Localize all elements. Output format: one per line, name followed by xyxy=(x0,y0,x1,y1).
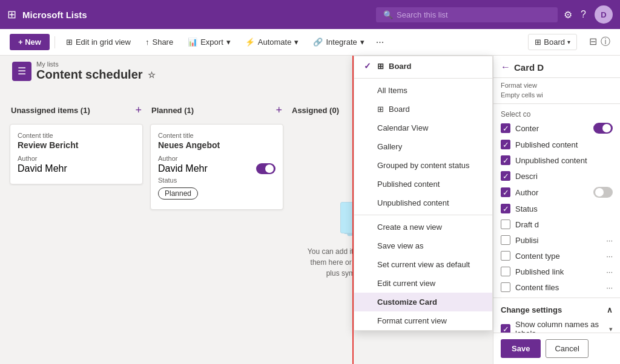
help-icon[interactable]: ? xyxy=(581,9,586,20)
export-button[interactable]: 📊 Export ▾ xyxy=(182,34,237,50)
collapse-icon[interactable]: ∧ xyxy=(607,305,613,314)
grid-icon: ⊞ xyxy=(66,37,73,47)
card[interactable]: Content title Neues Angebot Author David… xyxy=(150,124,283,210)
panel-field-row: Draft d xyxy=(493,216,620,232)
integrate-button[interactable]: 🔗 Integrate ▾ xyxy=(307,34,370,50)
dropdown-item-label: Published content xyxy=(377,180,440,189)
column-title: Assigned (0) xyxy=(292,106,339,115)
cancel-button[interactable]: Cancel xyxy=(546,339,588,358)
panel-footer: Save Cancel xyxy=(493,333,620,364)
field-checkbox[interactable] xyxy=(501,251,510,261)
panel-back-button[interactable]: ← xyxy=(501,62,510,73)
dropdown-item-format-view[interactable]: Format current view xyxy=(354,311,492,330)
chevron-down-icon: ▾ xyxy=(360,37,364,47)
field-label: Unpublished content xyxy=(515,156,613,165)
field-label: Descri xyxy=(515,172,613,181)
dropdown-item-save-view[interactable]: Save view as xyxy=(354,236,492,255)
dropdown-item-icon: ⊞ xyxy=(377,62,384,71)
card[interactable]: Content title Review Bericht Author Davi… xyxy=(10,124,143,184)
automate-button[interactable]: ⚡ Automate ▾ xyxy=(239,34,305,50)
column-add-button[interactable]: + xyxy=(135,104,142,117)
dropdown-item-customize-card[interactable]: Customize Card xyxy=(354,293,492,311)
toolbar: + New ⊞ Edit in grid view ↑ Share 📊 Expo… xyxy=(0,29,620,56)
more-options-icon[interactable]: ··· xyxy=(373,34,387,51)
card-status-badge: Planned xyxy=(158,187,198,200)
field-label: Content files xyxy=(515,283,601,292)
dropdown-item-label: Calendar View xyxy=(377,123,428,132)
field-checkbox[interactable] xyxy=(501,219,510,229)
panel-divider xyxy=(493,297,620,298)
dropdown-item-calendar[interactable]: Calendar View xyxy=(354,119,492,137)
more-icon[interactable]: ··· xyxy=(606,267,613,276)
save-button[interactable]: Save xyxy=(501,339,541,358)
view-icons: ⊟ ⓘ xyxy=(589,36,610,48)
info-icon[interactable]: ⓘ xyxy=(601,36,610,48)
dropdown-item-grouped[interactable]: Grouped by content status xyxy=(354,156,492,175)
column-title: Planned (1) xyxy=(151,106,194,115)
filter-icon[interactable]: ⊟ xyxy=(589,36,597,48)
column-add-button[interactable]: + xyxy=(275,104,282,117)
grid-icon[interactable]: ⊞ xyxy=(7,8,16,21)
field-label: Conter xyxy=(515,124,589,133)
dropdown-item-unpublished[interactable]: Unpublished content xyxy=(354,193,492,212)
dropdown-item-edit-view[interactable]: Edit current view xyxy=(354,274,492,293)
avatar[interactable]: D xyxy=(595,5,613,24)
card-author-label: Author xyxy=(158,155,275,162)
card-content-label: Content title xyxy=(158,132,275,139)
card-author-value: David Mehr xyxy=(18,163,135,174)
field-checkbox[interactable]: ✓ xyxy=(501,171,510,181)
view-dropdown: ✓ ⊞ Board All Items ⊞ Board Calendar Vie… xyxy=(354,56,493,331)
field-checkbox[interactable] xyxy=(501,267,510,276)
field-checkbox[interactable]: ✓ xyxy=(501,155,510,165)
board-column: Planned (1) + Content title Neues Angebo… xyxy=(150,102,283,357)
field-toggle[interactable] xyxy=(593,123,613,134)
dropdown-arrow-icon[interactable]: ▾ xyxy=(609,325,613,333)
dropdown-item-published[interactable]: Published content xyxy=(354,175,492,193)
dropdown-item-label: All Items xyxy=(377,86,407,95)
field-checkbox[interactable]: ✓ xyxy=(501,123,510,133)
dropdown-item-label: Unpublished content xyxy=(377,198,449,207)
board-view-button[interactable]: ⊞ Board ▾ xyxy=(528,34,577,50)
favorite-star-icon[interactable]: ☆ xyxy=(148,70,156,80)
integrate-icon: 🔗 xyxy=(313,37,323,47)
dropdown-item-gallery[interactable]: Gallery xyxy=(354,137,492,156)
more-icon[interactable]: ··· xyxy=(606,252,613,261)
field-label: Publisi xyxy=(515,236,601,245)
share-button[interactable]: ↑ Share xyxy=(139,34,179,50)
field-checkbox[interactable] xyxy=(501,235,510,245)
dropdown-item-board-checked[interactable]: ✓ ⊞ Board xyxy=(354,56,492,76)
board-column: Unassigned items (1) + Content title Rev… xyxy=(10,102,143,357)
dropdown-item-label: Edit current view xyxy=(377,279,435,288)
more-icon[interactable]: ··· xyxy=(606,236,613,245)
breadcrumb: My lists xyxy=(36,60,156,68)
card-toggle[interactable] xyxy=(256,163,275,174)
panel-select-label: Select co xyxy=(493,106,620,120)
dropdown-item-set-default[interactable]: Set current view as default xyxy=(354,255,492,274)
panel-divider xyxy=(493,103,620,104)
field-checkbox[interactable] xyxy=(501,282,510,292)
dropdown-item-all-items[interactable]: All Items xyxy=(354,81,492,100)
card-status-field: Status Planned xyxy=(158,177,275,200)
search-input[interactable] xyxy=(397,10,550,19)
search-bar[interactable]: 🔍 xyxy=(376,7,558,22)
card-author-value: David Mehr xyxy=(158,163,208,174)
edit-grid-button[interactable]: ⊞ Edit in grid view xyxy=(60,34,137,50)
panel-field-row: ✓ Status xyxy=(493,201,620,216)
field-label: Status xyxy=(515,204,613,213)
new-button[interactable]: + New xyxy=(10,34,50,50)
dropdown-item-create-view[interactable]: Create a new view xyxy=(354,218,492,236)
more-icon[interactable]: ··· xyxy=(606,283,613,292)
card-author-field: Author David Mehr xyxy=(18,155,135,174)
field-toggle[interactable] xyxy=(593,187,613,198)
dropdown-item-label: Grouped by content status xyxy=(377,161,469,170)
settings-icon[interactable]: ⚙ xyxy=(564,9,572,21)
panel-format-label: Format view xyxy=(493,78,620,90)
panel-field-row: ✓ Unpublished content xyxy=(493,152,620,168)
field-checkbox[interactable]: ✓ xyxy=(501,204,510,213)
page-header: ☰ My lists Content scheduler ☆ xyxy=(0,56,168,84)
panel-field-row: ✓ Published content xyxy=(493,137,620,152)
field-checkbox[interactable]: ✓ xyxy=(501,140,510,149)
dropdown-item-board[interactable]: ⊞ Board xyxy=(354,100,492,119)
field-checkbox[interactable]: ✓ xyxy=(501,187,510,197)
main-content: ☰ My lists Content scheduler ☆ Unassigne… xyxy=(0,56,620,364)
